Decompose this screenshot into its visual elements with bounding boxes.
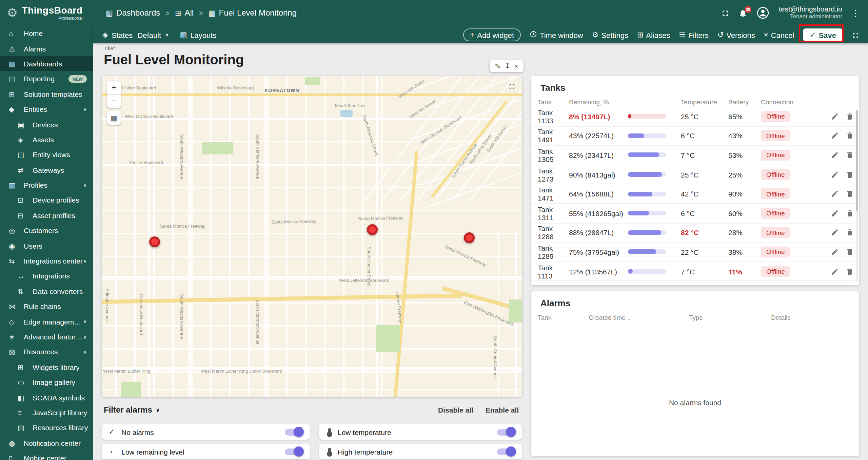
tanks-scrollbar[interactable] (856, 110, 858, 282)
sidebar-item-label: Profiles (24, 181, 47, 189)
map-fullscreen-icon[interactable] (508, 81, 516, 93)
export-widget-icon[interactable]: ↧ (505, 63, 510, 69)
delete-tank-button[interactable] (846, 209, 854, 217)
avatar[interactable] (756, 6, 770, 20)
sidebar-item-mobile-center[interactable]: ▯Mobile center (0, 451, 93, 460)
edit-widget-icon[interactable]: ✎ (495, 63, 500, 69)
delete-tank-button[interactable] (846, 151, 854, 159)
sidebar-item-gateways[interactable]: ⇄Gateways (0, 162, 93, 177)
sidebar-item-device-profiles[interactable]: ⊡Device profiles (0, 193, 93, 208)
delete-tank-button[interactable] (846, 229, 854, 237)
filters-button[interactable]: ☰ Filters (679, 31, 709, 39)
breadcrumb-item-fuel-level-monitoring[interactable]: ▦Fuel Level Monitoring (209, 8, 297, 18)
delete-tank-button[interactable] (846, 132, 854, 140)
dashboard-title-input[interactable]: Fuel Level Monitoring (104, 52, 244, 68)
breadcrumb-item-all[interactable]: ⊞All (175, 8, 194, 18)
sidebar-item-rule-chains[interactable]: ⋈Rule chains (0, 299, 93, 314)
sidebar-item-profiles[interactable]: ▥Profiles∧ (0, 177, 93, 193)
sidebar-item-scada-symbols[interactable]: ◧SCADA symbols (0, 390, 93, 405)
states-button[interactable]: ◈ States (102, 31, 133, 39)
toggle-switch[interactable] (285, 428, 303, 435)
map-street-label: Santa Monica Freeway (358, 215, 403, 221)
tank-marker[interactable] (367, 224, 378, 235)
sidebar-item-integrations[interactable]: ↔Integrations (0, 269, 93, 284)
sidebar-item-notification-center[interactable]: ◍Notification center (0, 435, 93, 451)
zoom-in-button[interactable]: + (107, 81, 121, 95)
states-icon: ◈ (102, 31, 108, 39)
sort-descending-icon[interactable]: ↓ (628, 314, 631, 321)
sidebar-item-home[interactable]: ⌂Home (0, 26, 93, 41)
sidebar-item-customers[interactable]: ◎Customers (0, 223, 93, 238)
state-select[interactable]: Default ▾ (137, 31, 168, 39)
sidebar-item-advanced-features[interactable]: ∗Advanced features∨ (0, 329, 93, 344)
delete-tank-button[interactable] (846, 170, 854, 179)
sidebar-item-assets[interactable]: ◈Assets (0, 132, 93, 147)
edit-tank-button[interactable] (831, 151, 839, 159)
thingsboard-logo[interactable]: ⚙ ThingsBoard Professional (7, 5, 95, 20)
aliases-button[interactable]: ⊞ Aliases (637, 31, 670, 39)
toolbar-fullscreen-icon[interactable] (852, 31, 860, 39)
zoom-out-button[interactable]: − (107, 95, 121, 108)
delete-tank-button[interactable] (846, 112, 854, 121)
map-street-label: South Hoover Street (367, 247, 372, 287)
tanks-panel-title: Tanks (531, 76, 859, 93)
layouts-button[interactable]: ▦ Layouts (180, 31, 217, 39)
sidebar-item-image-gallery[interactable]: ▭Image gallery (0, 375, 93, 390)
account-info[interactable]: test@thingsboard.io Tenant administrator (779, 5, 842, 20)
edit-tank-button[interactable] (831, 132, 839, 140)
sidebar-item-asset-profiles[interactable]: ⊟Asset profiles (0, 208, 93, 223)
alarm-filter-no-alarms[interactable]: ✓No alarms (102, 424, 310, 440)
edit-tank-button[interactable] (831, 170, 839, 179)
alarm-filter-high-temperature[interactable]: High temperature (319, 444, 522, 459)
alarm-filter-low-temperature[interactable]: Low temperature (319, 424, 522, 440)
add-widget-button[interactable]: + Add widget (463, 28, 521, 41)
table-row: Tank 127390% (8413gal)25 °C25%Offline (531, 165, 859, 185)
filter-alarms-toggle[interactable]: Filter alarms ∨ (104, 405, 160, 415)
sidebar-item-resources-library[interactable]: ▤Resources library (0, 420, 93, 435)
edit-tank-button[interactable] (831, 229, 839, 237)
enable-all-button[interactable]: Enable all (486, 406, 519, 414)
sidebar-item-users[interactable]: ◉Users (0, 238, 93, 253)
sidebar-item-javascript-library[interactable]: ≡JavaScript library (0, 405, 93, 420)
sidebar-item-resources[interactable]: ▧Resources∧ (0, 344, 93, 359)
sidebar-item-entity-views[interactable]: ◫Entity views (0, 147, 93, 162)
fullscreen-icon[interactable] (721, 8, 730, 17)
map-canvas[interactable]: Wilshire BoulevardWilshire BoulevardKORE… (102, 76, 522, 397)
edit-tank-button[interactable] (831, 209, 839, 217)
sidebar-item-edge-management[interactable]: ◇Edge management∨ (0, 314, 93, 329)
sidebar-item-data-converters[interactable]: ⇅Data converters (0, 284, 93, 299)
edit-tank-button[interactable] (831, 248, 839, 256)
sidebar-item-devices[interactable]: ▣Devices (0, 117, 93, 132)
delete-tank-button[interactable] (846, 190, 854, 198)
sidebar-item-dashboards[interactable]: ▦Dashboards (0, 56, 93, 71)
settings-button[interactable]: ⚙ Settings (592, 31, 628, 39)
edit-tank-button[interactable] (831, 112, 839, 121)
tank-marker[interactable] (464, 232, 475, 243)
remove-widget-icon[interactable]: × (514, 63, 518, 69)
sidebar-item-reporting[interactable]: ▤ReportingNEW (0, 71, 93, 86)
cancel-button[interactable]: × Cancel (764, 31, 794, 39)
save-button[interactable]: ✓ Save (803, 28, 843, 41)
edit-tank-button[interactable] (831, 267, 839, 275)
sidebar-item-alarms[interactable]: ⚠Alarms (0, 41, 93, 56)
sidebar-item-integrations-center[interactable]: ⇆Integrations center∧ (0, 253, 93, 269)
delete-tank-button[interactable] (846, 248, 854, 256)
sidebar-item-entities[interactable]: ◆Entities∧ (0, 102, 93, 117)
notifications-bell-icon[interactable]: 29 (739, 8, 748, 17)
toggle-switch[interactable] (285, 448, 303, 455)
kebab-menu-icon[interactable]: ⋮ (851, 8, 860, 18)
breadcrumb-item-dashboards[interactable]: ▦Dashboards (106, 8, 160, 18)
sidebar-item-solution-templates[interactable]: ⊞Solution templates (0, 86, 93, 102)
sidebar-item-widgets-library[interactable]: ⊞Widgets library (0, 359, 93, 375)
tank-marker[interactable] (149, 236, 160, 247)
toggle-switch[interactable] (497, 448, 515, 455)
disable-all-button[interactable]: Disable all (438, 406, 473, 414)
versions-button[interactable]: ↺ Versions (717, 31, 755, 39)
alarm-filter-low-remaining-level[interactable]: ◔Low remaining level (102, 444, 310, 459)
map-layers-button[interactable]: ▤ (107, 111, 121, 125)
time-window-button[interactable]: Time window (530, 30, 583, 39)
delete-tank-button[interactable] (846, 267, 854, 275)
scrollbar-thumb[interactable] (856, 110, 858, 211)
edit-tank-button[interactable] (831, 190, 839, 198)
toggle-switch[interactable] (497, 428, 515, 435)
